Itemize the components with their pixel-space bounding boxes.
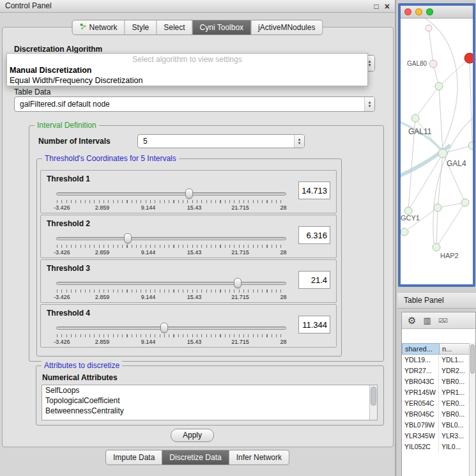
threshold-1-value-field[interactable]: 14.713 [298,181,330,199]
slider-thumb[interactable] [160,323,168,333]
network-node[interactable] [435,82,443,90]
slider-tick-labels: -3.4262.8599.14415.4321.71528 [56,294,286,302]
tab-network[interactable]: Network [72,20,125,35]
table-scrollbar[interactable] [469,343,475,476]
slider-tick-labels: -3.4262.8599.14415.4321.71528 [56,249,286,257]
tab-cyni-toolbox[interactable]: Cyni Toolbox [193,20,251,35]
network-node[interactable] [468,142,473,150]
slider-ticks [57,289,286,293]
threshold-3-value-field[interactable]: 21.4 [298,271,330,289]
attribute-list-item[interactable]: BetweennessCentrality [42,406,377,416]
slider-tick-label: 2.859 [95,294,110,300]
threshold-3-slider[interactable]: -3.4262.8599.14415.4321.71528 [56,277,286,302]
tab-label: Style [132,23,150,32]
slider-track[interactable] [56,237,286,240]
threshold-4-slider[interactable]: -3.4262.8599.14415.4321.71528 [56,322,286,346]
table-cell: YDR2... [439,365,469,376]
network-canvas[interactable]: GAL80GAL11GAL4GCY1HAP2 [401,19,473,284]
tab-discretize-data[interactable]: Discretize Data [162,450,229,465]
table-row[interactable]: YER054CYER0... [402,398,469,409]
table-cell: YIL052C [402,441,439,452]
table-cell: YBL079W [402,420,439,431]
network-edge-curve [401,121,443,151]
columns-icon[interactable]: ▥ [423,316,431,325]
window-controls: □ × [374,0,390,13]
close-icon[interactable]: × [385,0,390,13]
threshold-2-value-field[interactable]: 6.316 [298,226,330,244]
select-columns-icon[interactable]: ☑☑ [438,318,447,324]
algorithm-option[interactable]: Equal Width/Frequency Discretization [7,75,367,86]
list-scrollbar-thumb[interactable] [371,387,376,406]
close-traffic-light-icon[interactable] [404,8,411,15]
list-scrollbar[interactable] [369,385,377,420]
tab-jactivemnodules[interactable]: jActiveMNodules [251,20,323,35]
slider-thumb[interactable] [124,233,132,243]
threshold-2-slider[interactable]: -3.4262.8599.14415.4321.71528 [56,233,286,257]
slider-thumb[interactable] [234,278,242,288]
network-node[interactable] [461,199,469,206]
table-row[interactable]: YBL079WYBL0... [402,420,469,431]
slider-tick-label: 2.859 [95,339,110,345]
table-data-combobox[interactable]: galFiltered.sif default node ▴ ▾ [14,96,375,112]
slider-track[interactable] [56,192,286,196]
network-node[interactable] [434,204,441,211]
slider-track[interactable] [56,282,286,285]
restore-icon[interactable]: □ [374,0,379,13]
network-icon [80,23,87,32]
table-data-value: galFiltered.sif default node [15,100,364,109]
table-row[interactable]: YLR345WYLR3... [402,431,469,441]
algorithm-dropdown-placeholder[interactable]: Select algorithm to view settings [7,54,367,65]
table-cell: YPR1... [439,387,469,398]
slider-ticks [57,200,286,203]
table-row[interactable]: YIL052CYIL0... [402,441,469,452]
algorithm-option[interactable]: Manual Discretization [7,65,367,75]
algorithm-dropdown-popup: Select algorithm to view settings Manual… [6,53,368,86]
slider-track[interactable] [56,326,286,330]
number-of-intervals-combobox[interactable]: 5 ▴ ▾ [137,134,305,148]
slider-tick-label: 28 [280,204,286,211]
node-gal4[interactable] [438,149,447,158]
network-node[interactable] [426,25,432,31]
tab-impute-data[interactable]: Impute Data [105,450,162,465]
network-node[interactable] [429,60,437,68]
tab-label: Discretize Data [169,453,221,462]
zoom-traffic-light-icon[interactable] [426,8,433,15]
selected-node[interactable] [464,53,473,63]
tab-infer-network[interactable]: Infer Network [229,450,289,465]
column-header-name[interactable]: n... [440,343,470,355]
network-node[interactable] [433,243,440,251]
tab-label: Infer Network [236,453,282,462]
table-cell: YBR0... [439,409,469,420]
network-edge [439,58,470,86]
network-window[interactable]: GAL80GAL11GAL4GCY1HAP2 [398,3,475,287]
algorithm-dropdown-list: Manual DiscretizationEqual Width/Frequen… [7,65,367,86]
attributes-group: Attributes to discretize Numerical Attri… [36,365,384,426]
slider-tick-label: 9.144 [141,249,156,256]
network-node[interactable] [411,114,419,122]
table-row[interactable]: YBR045CYBR0... [402,409,469,420]
minimize-traffic-light-icon[interactable] [415,8,422,15]
table-panel-header[interactable]: Table Panel [397,292,476,309]
network-canvas-wrap: GAL80GAL11GAL4GCY1HAP2 [401,19,473,284]
network-edge [439,86,443,153]
threshold-4-value-field[interactable]: 11.344 [298,316,330,334]
table-row[interactable]: YBR043CYBR0... [402,376,469,387]
network-edge [436,208,438,247]
table-scrollbar-thumb[interactable] [470,344,475,374]
slider-tick-label: 9.144 [141,294,156,300]
bottom-tabbar: Impute DataDiscretize DataInfer Network [105,450,289,465]
apply-button[interactable]: Apply [171,429,214,442]
attribute-list-item[interactable]: TopologicalCoefficient [42,395,377,406]
column-header-shared-name[interactable]: shared... [402,343,440,355]
slider-tick-label: 28 [280,249,286,256]
attribute-list-item[interactable]: SelfLoops [42,385,377,395]
gear-icon[interactable]: ⚙ [408,315,416,326]
table-row[interactable]: YDR27...YDR2... [402,365,469,376]
table-row[interactable]: YPR145WYPR1... [402,387,469,398]
table-row[interactable]: YDL19...YDL1... [402,355,469,365]
network-node[interactable] [401,228,408,236]
threshold-1-slider[interactable]: -3.4262.8599.14415.4321.71528 [56,188,286,212]
tab-select[interactable]: Select [157,20,192,35]
slider-thumb[interactable] [185,188,193,199]
tab-style[interactable]: Style [125,20,157,35]
